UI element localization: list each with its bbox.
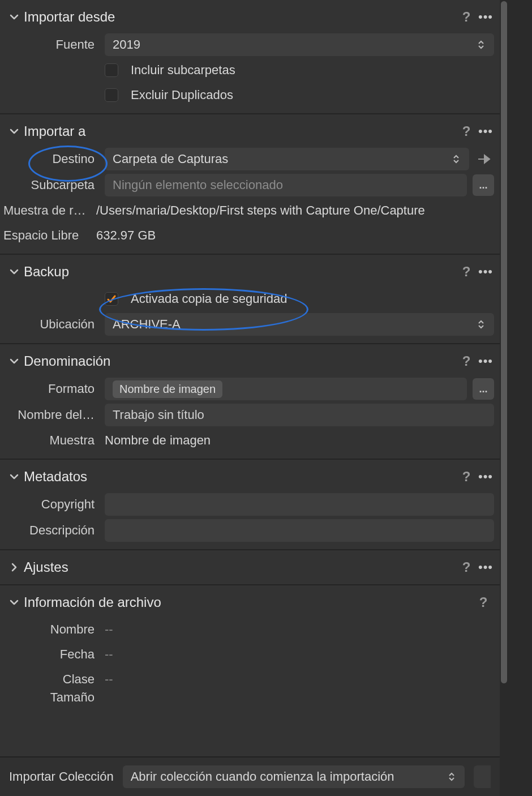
help-icon[interactable]: ? [459, 10, 474, 24]
file-name-label: Nombre [0, 622, 105, 637]
help-icon[interactable]: ? [459, 124, 474, 139]
backup-enabled-label: Activada copia de seguridad [131, 292, 287, 306]
section-title: Metadatos [24, 469, 459, 485]
naming-sample-label: Muestra [0, 433, 105, 448]
chevron-down-icon [9, 12, 19, 22]
section-header-adjustments[interactable]: Ajustes ? ••• [0, 553, 500, 582]
subfolder-label: Subcarpeta [0, 178, 105, 192]
section-title: Importar a [24, 123, 459, 139]
goto-destination-button[interactable] [475, 149, 494, 169]
section-header-metadata[interactable]: Metadatos ? ••• [0, 462, 500, 491]
row-destination: Destino Carpeta de Capturas [0, 146, 500, 172]
help-icon[interactable]: ? [459, 354, 474, 369]
row-backup-enabled: Activada copia de seguridad [0, 286, 500, 311]
section-header-naming[interactable]: Denominación ? ••• [0, 346, 500, 376]
source-label: Fuente [0, 37, 105, 52]
format-label: Formato [0, 382, 105, 396]
file-date-label: Fecha [0, 647, 105, 662]
more-icon[interactable]: ••• [477, 124, 494, 139]
backup-location-select[interactable]: ARCHIVE-A [105, 313, 494, 336]
help-icon[interactable]: ? [459, 264, 474, 279]
chevron-down-icon [9, 267, 19, 277]
row-exclude-duplicates: Excluir Duplicados [0, 83, 500, 108]
format-token-field[interactable]: Nombre de imagen [105, 378, 467, 400]
import-panel: Importar desde ? ••• Fuente 2019 Incluir [0, 0, 500, 796]
subfolder-browse-button[interactable]: ... [473, 174, 494, 196]
destination-label: Destino [0, 152, 105, 166]
section-import-from: Importar desde ? ••• Fuente 2019 Incluir [0, 0, 500, 114]
section-metadata: Metadatos ? ••• Copyright Descripción [0, 460, 500, 550]
subfolder-input[interactable]: Ningún elemento seleccionado [105, 174, 467, 196]
row-copyright: Copyright [0, 491, 500, 517]
stepper-icon [451, 155, 461, 164]
format-edit-button[interactable]: ... [473, 378, 494, 400]
row-subfolder: Subcarpeta Ningún elemento seleccionado … [0, 172, 500, 198]
file-class-value: -- [105, 672, 113, 687]
row-include-subfolders: Incluir subcarpetas [0, 58, 500, 83]
jobname-label: Nombre del… [0, 408, 105, 422]
backup-enabled-checkbox[interactable] [105, 292, 118, 306]
row-file-class: Clase -- [0, 667, 500, 692]
file-date-value: -- [105, 647, 113, 662]
naming-sample-value: Nombre de imagen [105, 433, 494, 448]
row-description: Descripción [0, 517, 500, 543]
sample-path-label: Muestra de r… [0, 203, 96, 218]
description-label: Descripción [0, 523, 105, 538]
section-title: Información de archivo [24, 594, 476, 610]
stepper-icon [447, 772, 457, 781]
scrollbar[interactable] [500, 0, 508, 796]
help-icon[interactable]: ? [459, 469, 474, 484]
sample-path-value: /Users/maria/Desktop/First steps with Ca… [96, 203, 494, 218]
exclude-duplicates-label: Excluir Duplicados [131, 88, 233, 102]
file-class-label: Clase [0, 672, 105, 687]
exclude-duplicates-checkbox[interactable] [105, 88, 118, 102]
destination-value: Carpeta de Capturas [113, 152, 451, 166]
section-title: Denominación [24, 353, 459, 369]
include-subfolders-checkbox[interactable] [105, 63, 118, 77]
row-file-date: Fecha -- [0, 642, 500, 667]
description-input[interactable] [105, 519, 494, 542]
section-header-import-to[interactable]: Importar a ? ••• [0, 117, 500, 146]
stepper-icon [476, 40, 486, 49]
chevron-down-icon [9, 126, 19, 136]
section-adjustments: Ajustes ? ••• [0, 550, 500, 585]
help-icon[interactable]: ? [476, 595, 491, 610]
section-title: Importar desde [24, 9, 459, 25]
free-space-value: 632.97 GB [96, 228, 494, 243]
more-icon[interactable]: ••• [477, 354, 494, 369]
more-icon[interactable]: ••• [477, 264, 494, 279]
source-select[interactable]: 2019 [105, 33, 494, 56]
destination-select[interactable]: Carpeta de Capturas [105, 148, 469, 170]
chevron-down-icon [9, 356, 19, 366]
import-collection-label: Importar Colección [9, 769, 114, 784]
more-icon[interactable]: ••• [477, 10, 494, 24]
copyright-input[interactable] [105, 493, 494, 516]
chevron-right-icon [9, 562, 19, 572]
section-title: Backup [24, 264, 459, 280]
import-collection-select[interactable]: Abrir colección cuando comienza la impor… [123, 765, 465, 788]
row-file-name: Nombre -- [0, 617, 500, 642]
section-backup: Backup ? ••• Activada copia de seguridad… [0, 255, 500, 344]
copyright-label: Copyright [0, 497, 105, 512]
section-title: Ajustes [24, 559, 459, 575]
backup-location-label: Ubicación [0, 317, 105, 332]
include-subfolders-label: Incluir subcarpetas [131, 63, 235, 78]
scrollbar-thumb[interactable] [501, 1, 507, 683]
import-button-partial[interactable] [474, 765, 491, 788]
section-header-import-from[interactable]: Importar desde ? ••• [0, 2, 500, 32]
section-header-backup[interactable]: Backup ? ••• [0, 257, 500, 286]
section-naming: Denominación ? ••• Formato Nombre de ima… [0, 344, 500, 460]
footer-bar: Importar Colección Abrir colección cuand… [0, 756, 500, 796]
help-icon[interactable]: ? [459, 560, 474, 575]
section-header-file-info[interactable]: Información de archivo ? [0, 588, 500, 617]
free-space-label: Espacio Libre [0, 228, 96, 243]
backup-location-value: ARCHIVE-A [113, 317, 476, 332]
chevron-down-icon [9, 472, 19, 482]
section-import-to: Importar a ? ••• Destino Carpeta de Capt… [0, 114, 500, 255]
format-token: Nombre de imagen [113, 380, 222, 398]
more-icon[interactable]: ••• [477, 560, 494, 575]
row-sample-path: Muestra de r… /Users/maria/Desktop/First… [0, 198, 500, 223]
file-name-value: -- [105, 622, 113, 637]
more-icon[interactable]: ••• [477, 469, 494, 484]
jobname-input[interactable]: Trabajo sin título [105, 404, 494, 426]
